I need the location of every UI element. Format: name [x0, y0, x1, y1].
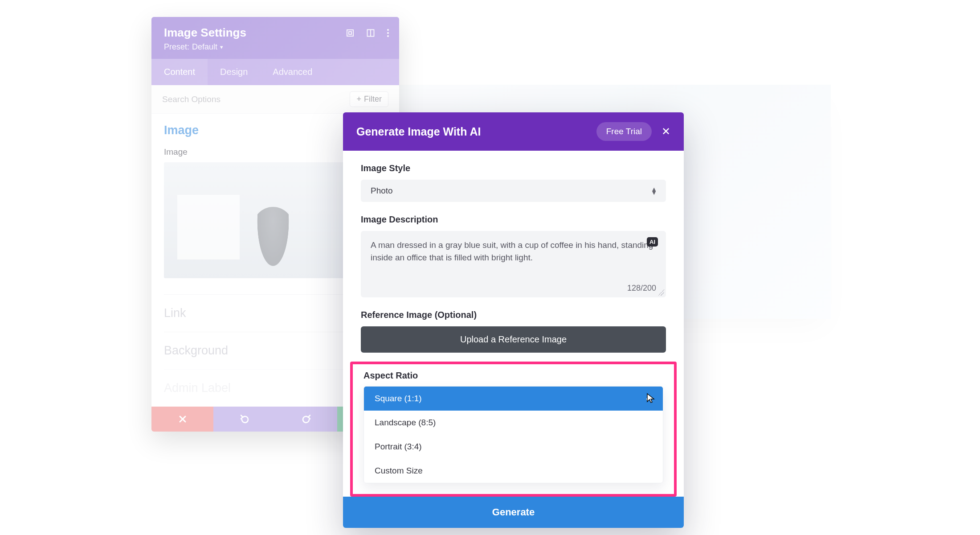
option-label: Custom Size: [375, 466, 423, 476]
upload-reference-button[interactable]: Upload a Reference Image: [361, 326, 666, 353]
ai-modal-title: Generate Image With AI: [356, 125, 481, 138]
panel-layout-icon[interactable]: [366, 29, 375, 37]
kebab-menu-icon[interactable]: [387, 29, 389, 37]
tab-design[interactable]: Design: [208, 59, 260, 85]
free-trial-badge[interactable]: Free Trial: [596, 122, 652, 141]
undo-button[interactable]: [213, 407, 275, 432]
close-icon[interactable]: ✕: [662, 125, 670, 138]
option-label: Landscape (8:5): [375, 418, 436, 428]
aspect-ratio-option-landscape[interactable]: Landscape (8:5): [364, 411, 663, 435]
settings-header: Image Settings Preset: Default ▾: [151, 17, 399, 59]
reference-image-label: Reference Image (Optional): [361, 310, 666, 320]
preset-selector[interactable]: Preset: Default ▾: [164, 42, 387, 52]
image-description-text: A man dressed in a gray blue suit, with …: [371, 239, 656, 275]
svg-point-6: [387, 35, 389, 37]
svg-rect-1: [349, 32, 351, 34]
svg-point-5: [387, 32, 389, 34]
expand-icon[interactable]: [346, 29, 355, 37]
character-counter: 128/200: [371, 284, 656, 293]
option-label: Square (1:1): [375, 394, 422, 403]
preset-prefix: Preset:: [164, 42, 189, 52]
aspect-ratio-dropdown: Square (1:1) ✔ Landscape (8:5) Portrait …: [363, 386, 663, 483]
image-description-label: Image Description: [361, 214, 666, 225]
tab-advanced[interactable]: Advanced: [260, 59, 325, 85]
option-label: Portrait (3:4): [375, 442, 422, 452]
svg-rect-0: [347, 30, 353, 36]
svg-point-4: [387, 29, 389, 31]
ai-assist-button[interactable]: AI: [647, 237, 658, 247]
settings-tabs: Content Design Advanced: [151, 59, 399, 85]
ai-modal-header: Generate Image With AI Free Trial ✕: [343, 112, 684, 151]
search-row: Search Options + Filter: [151, 85, 399, 114]
check-icon: ✔: [645, 394, 652, 403]
redo-button[interactable]: [275, 407, 337, 432]
aspect-ratio-label: Aspect Ratio: [363, 370, 663, 381]
generate-button[interactable]: Generate: [343, 497, 684, 528]
resize-handle-icon[interactable]: [658, 289, 664, 296]
search-options-input[interactable]: Search Options: [162, 95, 350, 104]
tab-content[interactable]: Content: [151, 59, 208, 85]
filter-button[interactable]: + Filter: [350, 91, 388, 107]
preset-value: Default: [192, 42, 217, 52]
filter-label: Filter: [364, 95, 382, 104]
caret-down-icon: ▾: [220, 44, 223, 50]
aspect-ratio-option-square[interactable]: Square (1:1) ✔: [364, 387, 663, 411]
image-style-select[interactable]: Photo ▲▼: [361, 180, 666, 202]
image-style-value: Photo: [371, 186, 393, 196]
aspect-ratio-option-custom[interactable]: Custom Size: [364, 459, 663, 483]
aspect-ratio-option-portrait[interactable]: Portrait (3:4): [364, 435, 663, 459]
aspect-ratio-highlight: Aspect Ratio Square (1:1) ✔ Landscape (8…: [350, 362, 677, 497]
select-chevrons-icon: ▲▼: [651, 187, 656, 194]
cancel-button[interactable]: [151, 407, 213, 432]
generate-image-ai-modal: Generate Image With AI Free Trial ✕ Imag…: [343, 112, 684, 528]
plus-icon: +: [356, 95, 361, 104]
image-description-textarea[interactable]: A man dressed in a gray blue suit, with …: [361, 231, 666, 297]
image-style-label: Image Style: [361, 163, 666, 173]
